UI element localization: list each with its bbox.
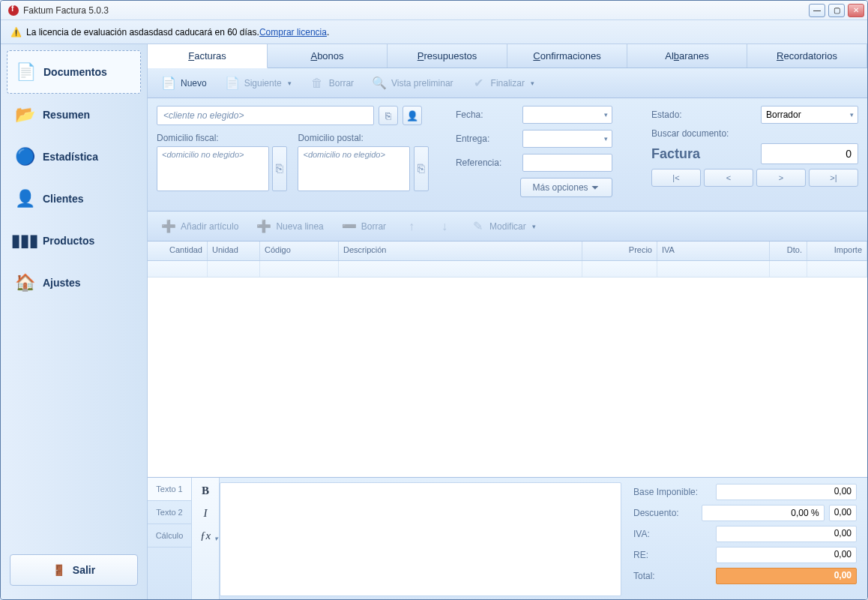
buy-license-link[interactable]: Comprar licencia bbox=[259, 27, 327, 38]
notes-textarea[interactable] bbox=[220, 482, 621, 596]
sidebar: 📄 Documentos 📂 Resumen 🔵 Estadística 👤 C… bbox=[1, 44, 147, 600]
sidebar-item-documentos[interactable]: 📄 Documentos bbox=[7, 50, 141, 94]
app-icon bbox=[8, 5, 19, 16]
client-lookup-button[interactable]: 👤 bbox=[403, 106, 422, 125]
new-line-icon: ➕ bbox=[256, 219, 271, 234]
sidebar-item-estadistica[interactable]: 🔵 Estadística bbox=[7, 136, 141, 178]
modify-button[interactable]: ✎ Modificar ▾ bbox=[462, 216, 543, 237]
descuento-value: 0,00 bbox=[829, 505, 857, 521]
delete-icon: 🗑 bbox=[310, 76, 325, 91]
warning-icon: ⚠️ bbox=[10, 26, 22, 38]
client-input[interactable] bbox=[157, 106, 374, 125]
iva-label: IVA: bbox=[633, 529, 716, 539]
delete-button[interactable]: 🗑 Borrar bbox=[302, 73, 361, 94]
table-body bbox=[148, 278, 867, 477]
estado-select[interactable] bbox=[761, 106, 858, 124]
base-value: 0,00 bbox=[716, 484, 857, 500]
move-up-button[interactable]: ↑ bbox=[397, 216, 427, 237]
move-down-button[interactable]: ↓ bbox=[430, 216, 459, 237]
add-article-icon: ➕ bbox=[161, 219, 176, 234]
nav-last-button[interactable]: >| bbox=[809, 169, 858, 187]
preview-button[interactable]: 🔍 Vista preliminar bbox=[364, 73, 460, 94]
arrow-up-icon: ↑ bbox=[404, 219, 419, 234]
th-importe[interactable]: Importe bbox=[807, 242, 867, 260]
sidebar-item-resumen[interactable]: 📂 Resumen bbox=[7, 94, 141, 136]
maximize-button[interactable]: ▢ bbox=[828, 4, 845, 17]
total-label: Total: bbox=[633, 571, 716, 581]
th-cantidad[interactable]: Cantidad bbox=[148, 242, 208, 260]
th-codigo[interactable]: Código bbox=[260, 242, 339, 260]
chevron-down-icon: ▾ bbox=[532, 223, 536, 230]
new-button[interactable]: 📄 Nuevo bbox=[154, 73, 214, 94]
sidebar-item-ajustes[interactable]: 🏠 Ajustes bbox=[7, 262, 141, 304]
close-button[interactable]: ✕ bbox=[848, 4, 864, 17]
new-icon: 📄 bbox=[161, 76, 176, 91]
line-items-table: Cantidad Unidad Código Descripción Preci… bbox=[148, 242, 867, 477]
tab-presupuestos[interactable]: Presupuestos bbox=[388, 44, 507, 68]
doc-number-input[interactable] bbox=[761, 143, 858, 164]
nav-prev-button[interactable]: < bbox=[704, 169, 753, 187]
tab-confirmaciones[interactable]: Confirmaciones bbox=[507, 44, 627, 68]
nav-next-button[interactable]: > bbox=[756, 169, 806, 187]
main-toolbar: 📄 Nuevo 📄 Siguiente ▾ 🗑 Borrar 🔍 Vista p… bbox=[148, 68, 867, 98]
formula-button[interactable]: ƒx▾ bbox=[197, 527, 214, 544]
fecha-input[interactable] bbox=[522, 106, 612, 124]
fecha-label: Fecha: bbox=[456, 110, 512, 120]
form-area: ⎘ 👤 Domicilio fiscal: <domicilio no eleg… bbox=[148, 98, 867, 212]
bold-button[interactable]: B bbox=[197, 482, 214, 499]
settings-icon: 🏠 bbox=[14, 272, 35, 293]
client-clear-button[interactable]: ⎘ bbox=[379, 106, 398, 125]
th-descripcion[interactable]: Descripción bbox=[339, 242, 582, 260]
tab-facturas[interactable]: Facturas bbox=[148, 44, 268, 68]
sidebar-item-clientes[interactable]: 👤 Clientes bbox=[7, 178, 141, 220]
minimize-button[interactable]: — bbox=[809, 4, 825, 17]
italic-button[interactable]: I bbox=[197, 505, 214, 521]
preview-icon: 🔍 bbox=[372, 76, 387, 91]
delete-line-button[interactable]: ➖ Borrar bbox=[334, 216, 394, 237]
add-article-button[interactable]: ➕ Añadir artículo bbox=[154, 216, 246, 237]
content: Facturas Abonos Presupuestos Confirmacio… bbox=[147, 44, 867, 600]
exit-icon: 🚪 bbox=[52, 564, 65, 576]
doc-type-label: Factura bbox=[651, 146, 700, 162]
text-tab-2[interactable]: Texto 2 bbox=[148, 501, 191, 524]
descuento-pct-input[interactable] bbox=[702, 505, 825, 521]
th-iva[interactable]: IVA bbox=[657, 242, 770, 260]
next-button[interactable]: 📄 Siguiente ▾ bbox=[217, 73, 299, 94]
buscar-label: Buscar documento: bbox=[651, 128, 729, 139]
license-text: La licencia de evaluación asdasdasd cadu… bbox=[26, 27, 259, 38]
th-dto[interactable]: Dto. bbox=[770, 242, 807, 260]
document-tabs: Facturas Abonos Presupuestos Confirmacio… bbox=[148, 44, 867, 68]
sidebar-item-label: Documentos bbox=[43, 66, 107, 78]
postal-address-button[interactable]: ⎘ bbox=[414, 146, 429, 191]
exit-button[interactable]: 🚪 Salir bbox=[10, 554, 138, 586]
chevron-down-icon: ▾ bbox=[531, 80, 534, 87]
entrega-input[interactable] bbox=[522, 130, 612, 148]
tab-recordatorios[interactable]: Recordatorios bbox=[747, 44, 867, 68]
new-line-button[interactable]: ➕ Nueva linea bbox=[249, 216, 331, 237]
tab-albaranes[interactable]: Albaranes bbox=[627, 44, 747, 68]
fiscal-address-button[interactable]: ⎘ bbox=[272, 146, 287, 191]
barcode-icon: ▮▮▮ bbox=[14, 230, 35, 251]
text-tab-1[interactable]: Texto 1 bbox=[148, 478, 191, 501]
th-unidad[interactable]: Unidad bbox=[208, 242, 260, 260]
folder-icon: 📂 bbox=[14, 104, 35, 125]
base-label: Base Imponible: bbox=[633, 487, 716, 497]
modify-icon: ✎ bbox=[470, 219, 485, 234]
nav-first-button[interactable]: |< bbox=[651, 169, 701, 187]
tab-abonos[interactable]: Abonos bbox=[268, 44, 388, 68]
text-tab-calc[interactable]: Cálculo bbox=[148, 524, 191, 548]
finalize-button[interactable]: ✔ Finalizar ▾ bbox=[464, 73, 542, 94]
sidebar-item-label: Resumen bbox=[43, 109, 90, 121]
sidebar-item-productos[interactable]: ▮▮▮ Productos bbox=[7, 220, 141, 262]
chevron-down-icon: ▾ bbox=[288, 80, 292, 87]
totals-panel: Base Imponible: 0,00 Descuento: 0,00 IVA… bbox=[627, 478, 867, 600]
table-header: Cantidad Unidad Código Descripción Preci… bbox=[148, 242, 867, 261]
fiscal-address-box[interactable]: <domicilio no elegido> bbox=[157, 146, 269, 191]
postal-address-label: Domicilio postal: bbox=[298, 133, 428, 143]
table-row[interactable] bbox=[148, 261, 867, 278]
text-tabs: Texto 1 Texto 2 Cálculo bbox=[148, 478, 191, 600]
th-precio[interactable]: Precio bbox=[582, 242, 657, 260]
referencia-input[interactable] bbox=[522, 154, 612, 172]
more-options-button[interactable]: Más opciones ⏷ bbox=[520, 178, 612, 197]
postal-address-box[interactable]: <domicilio no elegido> bbox=[298, 146, 410, 191]
